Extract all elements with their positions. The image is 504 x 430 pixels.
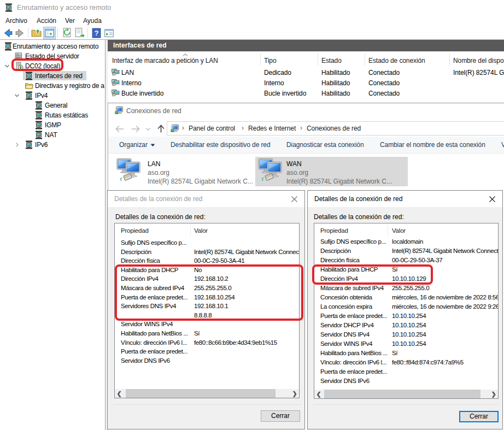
explorer-window-title: Conexiones de red bbox=[126, 107, 181, 115]
menu-ayuda[interactable]: Ayuda bbox=[83, 17, 102, 25]
tree-item-rutas-estaticas[interactable]: Rutas estáticas bbox=[0, 110, 106, 120]
horizontal-scrollbar[interactable]: ❮ ❯ bbox=[115, 389, 299, 398]
detail-row: Habilitado para NetBios ...Sí bbox=[314, 350, 498, 359]
nav-forward-icon[interactable] bbox=[131, 125, 140, 133]
tree-item-general[interactable]: General bbox=[0, 101, 106, 110]
refresh-icon[interactable] bbox=[61, 27, 73, 39]
menu-accion[interactable]: Acción bbox=[37, 17, 56, 25]
dialog-titlebar[interactable]: Detalles de la conexión de red bbox=[308, 191, 502, 207]
breadcrumb-chevron[interactable]: › bbox=[300, 124, 302, 132]
list-column-valor[interactable]: Valor bbox=[392, 227, 406, 234]
menu-archivo[interactable]: Archivo bbox=[5, 17, 27, 25]
help-icon[interactable]: ? bbox=[91, 27, 102, 39]
chevron-right-icon[interactable] bbox=[14, 142, 20, 148]
network-interface-icon bbox=[112, 89, 120, 97]
cerrar-button[interactable]: Cerrar bbox=[261, 410, 300, 422]
detail-row: Servidor DNS IPv6 bbox=[115, 357, 299, 367]
chevron-down-icon[interactable] bbox=[4, 63, 10, 69]
network-node-icon bbox=[34, 101, 43, 110]
organizar-dropdown-icon[interactable] bbox=[150, 144, 155, 147]
command-deshabilitar[interactable]: Deshabilitar este dispositivo de red bbox=[171, 141, 271, 149]
forward-icon[interactable] bbox=[14, 27, 26, 39]
list-column-valor[interactable]: Valor bbox=[194, 227, 208, 234]
new-window-icon[interactable] bbox=[103, 27, 115, 39]
explorer-nav-bar: › Panel de control › Redes e Internet › … bbox=[108, 118, 504, 136]
nav-history-chevron-icon[interactable] bbox=[145, 127, 151, 131]
scroll-right-icon[interactable]: ❯ bbox=[290, 389, 299, 398]
breadcrumb-redes-e-internet[interactable]: Redes e Internet bbox=[248, 125, 296, 132]
detail-row: Servidor DHCP IPv410.10.10.254 bbox=[314, 322, 498, 331]
sort-ascending-icon bbox=[182, 53, 189, 57]
results-table: Interfaz de marcado a petición y LAN Tip… bbox=[108, 51, 504, 103]
horizontal-scrollbar[interactable]: ❮ ❯ bbox=[314, 390, 498, 398]
dialog-separator bbox=[113, 404, 301, 405]
detail-row: Máscara de subred IPv4255.255.255.0 bbox=[314, 285, 498, 294]
column-header-nombre-dispositivo[interactable]: Nombre del dispo bbox=[453, 57, 503, 64]
column-separator[interactable] bbox=[318, 54, 318, 66]
folder-icon bbox=[25, 81, 33, 90]
detail-row: Máscara de subred IPv4255.255.255.0 bbox=[115, 285, 299, 294]
tree-item-root[interactable]: Enrutamiento y acceso remoto bbox=[0, 42, 106, 51]
scroll-left-icon[interactable]: ❮ bbox=[314, 390, 323, 398]
detail-row: Puerta de enlace predet... bbox=[115, 348, 299, 357]
dialog-separator bbox=[313, 404, 498, 405]
detail-row: Habilitado para DHCPNo bbox=[115, 267, 299, 276]
column-header-tipo[interactable]: Tipo bbox=[264, 57, 277, 64]
detail-row: Dirección IPv4192.168.10.2 bbox=[115, 275, 299, 285]
svg-text:?: ? bbox=[95, 30, 99, 37]
list-column-separator[interactable] bbox=[190, 225, 191, 237]
breadcrumb-chevron[interactable]: › bbox=[242, 124, 244, 132]
tree-item-estado-del-servidor[interactable]: Estado del servidor bbox=[0, 51, 106, 61]
cerrar-button[interactable]: Cerrar bbox=[459, 411, 499, 422]
show-console-tree-icon[interactable] bbox=[43, 27, 56, 39]
tree-item-interfaces-de-red[interactable]: Interfaces de red bbox=[0, 71, 106, 81]
nav-back-icon[interactable] bbox=[115, 125, 124, 133]
tree-item-ipv6[interactable]: IPv6 bbox=[0, 140, 106, 150]
command-diagnosticar[interactable]: Diagnosticar esta conexión bbox=[286, 141, 364, 149]
toolbar-separator bbox=[28, 28, 28, 38]
close-icon[interactable] bbox=[488, 195, 497, 204]
list-column-separator[interactable] bbox=[388, 225, 388, 237]
scroll-left-icon[interactable]: ❮ bbox=[115, 389, 124, 398]
tree-item-nat[interactable]: NAT bbox=[0, 130, 106, 140]
chevron-down-icon[interactable] bbox=[14, 93, 20, 98]
scrollbar-thumb[interactable] bbox=[126, 389, 276, 398]
detail-row: Puerta de enlace predet... bbox=[314, 368, 498, 378]
list-column-propiedad[interactable]: Propiedad bbox=[121, 227, 149, 234]
scrollbar-thumb[interactable] bbox=[324, 390, 480, 398]
network-connection-icon bbox=[116, 157, 143, 184]
tree-item-dc02-local[interactable]: DC02 (local) bbox=[0, 61, 106, 71]
close-icon[interactable] bbox=[290, 195, 299, 204]
network-node-icon bbox=[25, 72, 33, 80]
explorer-command-bar: Organizar Deshabilitar este dispositivo … bbox=[108, 137, 504, 154]
breadcrumb-conexiones-de-red[interactable]: Conexiones de red bbox=[307, 125, 361, 132]
nav-up-icon[interactable] bbox=[157, 125, 165, 133]
back-icon[interactable] bbox=[2, 27, 14, 39]
tree-item-igmp[interactable]: IGMP bbox=[0, 120, 106, 130]
column-separator[interactable] bbox=[449, 54, 450, 66]
export-list-icon[interactable] bbox=[74, 27, 85, 39]
breadcrumb-chevron[interactable]: › bbox=[182, 124, 184, 132]
tree-item-ipv4[interactable]: IPv4 bbox=[0, 91, 106, 101]
column-header-estado[interactable]: Estado bbox=[321, 57, 342, 64]
column-header-estado-conexion[interactable]: Estado de conexión bbox=[368, 57, 425, 64]
column-header-interfaz[interactable]: Interfaz de marcado a petición y LAN bbox=[112, 57, 218, 64]
scroll-right-icon[interactable]: ❯ bbox=[489, 390, 498, 398]
command-ver-clipped[interactable]: V bbox=[501, 141, 504, 149]
tree-item-directivas[interactable]: Directivas y registro de a bbox=[0, 81, 106, 91]
dialog-titlebar[interactable]: Detalles de la conexión de red bbox=[108, 191, 304, 207]
column-separator[interactable] bbox=[260, 54, 261, 66]
breadcrumb-panel-de-control[interactable]: Panel de control bbox=[189, 125, 235, 132]
command-cambiar-nombre[interactable]: Cambiar el nombre de esta conexión bbox=[380, 141, 485, 149]
dialog-title: Detalles de la conexión de red bbox=[314, 195, 402, 203]
command-organizar[interactable]: Organizar bbox=[119, 141, 148, 149]
mmc-window-title: Enrutamiento y acceso remoto bbox=[17, 4, 111, 11]
column-separator[interactable] bbox=[365, 54, 365, 66]
up-folder-icon[interactable] bbox=[31, 27, 42, 39]
detail-row: Vínculo: dirección IPv6 l...fe80::8c66:b… bbox=[115, 339, 299, 349]
menu-ver[interactable]: Ver bbox=[65, 17, 75, 25]
detail-row: Servidor WINS IPv4 bbox=[115, 321, 299, 330]
detail-row: Servidores DNS IPv4192.168.10.1 bbox=[115, 303, 299, 312]
address-bar[interactable]: › Panel de control › Redes e Internet › … bbox=[167, 121, 504, 136]
list-column-propiedad[interactable]: Propiedad bbox=[320, 227, 348, 234]
